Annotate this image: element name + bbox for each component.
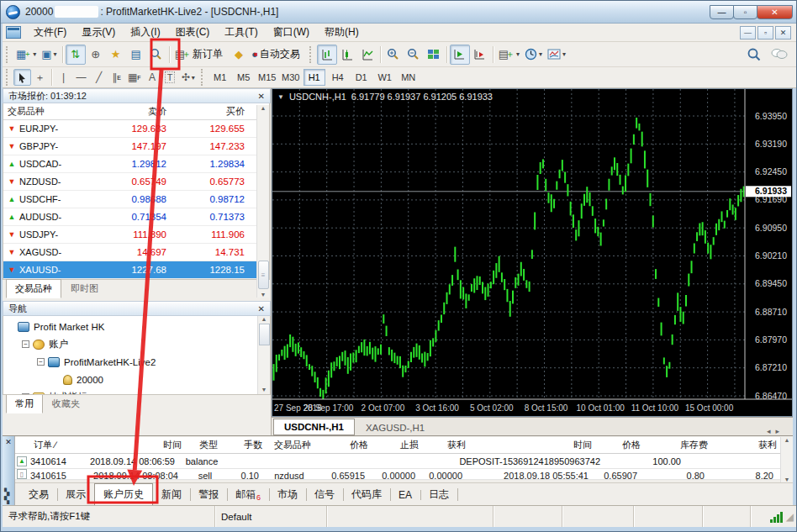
trendline-tool[interactable]: ╱	[90, 69, 108, 86]
channel-tool[interactable]: ∥E	[108, 69, 125, 86]
timeframe-m5[interactable]: M5	[233, 69, 255, 86]
menu-h[interactable]: 帮助(H)	[317, 23, 367, 42]
tree-item-user[interactable]: 20000	[7, 371, 270, 388]
data-window-button[interactable]: ⊕	[86, 45, 106, 65]
autotrading-button[interactable]: ●■自动交易	[249, 45, 306, 65]
timeframe-m30[interactable]: M30	[280, 69, 302, 86]
menu-i[interactable]: 插入(I)	[123, 23, 167, 42]
tab-symbols[interactable]: 交易品种	[6, 279, 61, 298]
candlestick-button[interactable]	[337, 45, 357, 65]
terminal-clipped-row[interactable]: ▯34106152018.09.14 08:08:04sell0.10nzdus…	[15, 469, 780, 480]
cursor-tool[interactable]	[13, 69, 31, 86]
metaeditor-button[interactable]: ◆	[229, 45, 249, 65]
tick-chart-toggle[interactable]: ⇅	[66, 45, 86, 65]
timeframe-d1[interactable]: D1	[351, 69, 372, 86]
menu-c[interactable]: 图表(C)	[168, 23, 218, 42]
tree-item-server[interactable]: −ProfitMarketHK-Live2	[7, 353, 270, 371]
timeframe-m15[interactable]: M15	[256, 69, 278, 86]
zoom-in-button[interactable]	[383, 45, 404, 65]
scroll-up-icon[interactable]: ▲	[261, 316, 267, 322]
chart-tab-xagusdh1[interactable]: XAGUSD-,H1	[355, 419, 435, 435]
market-row-xagusd[interactable]: ▼XAGUSD-14.69714.731	[3, 244, 269, 261]
navigator-titlebar[interactable]: 导航 ✕	[3, 301, 271, 316]
terminal-tab-账户历史[interactable]: 账户历史	[94, 483, 153, 506]
shapes-tool[interactable]: ✣▾	[179, 69, 198, 86]
terminal-balance-row[interactable]: ▲34106142018.09.14 08:06:59balanceDEPOSI…	[15, 454, 780, 469]
menu-t[interactable]: 工具(T)	[217, 23, 265, 42]
resize-grip-icon[interactable]: ◢	[786, 511, 794, 523]
toolbar-grip[interactable]	[309, 46, 314, 63]
tab-tick-chart[interactable]: 即时图	[61, 279, 108, 298]
new-order-button[interactable]: ▤＋新订单	[172, 45, 229, 65]
navigator-scrollbar[interactable]: ▲ ▼	[257, 316, 270, 394]
terminal-col-2[interactable]: 类型	[185, 439, 232, 451]
label-tool[interactable]: T	[161, 69, 179, 86]
templates-button[interactable]: ▾	[545, 45, 568, 65]
terminal-header-row[interactable]: 订单 ∕时间类型手数交易品种价格止损获利时间价格库存费获利	[15, 437, 780, 454]
autoscroll-button[interactable]	[450, 45, 470, 65]
terminal-tab-新闻[interactable]: 新闻	[153, 484, 190, 505]
mdi-minimize-button[interactable]: —	[740, 26, 756, 40]
market-watch-close-icon[interactable]: ✕	[258, 92, 265, 101]
market-row-usdcad[interactable]: ▲USDCAD-1.298121.29834	[3, 155, 269, 173]
terminal-tab-交易[interactable]: 交易	[20, 484, 57, 505]
toolbar-grip[interactable]	[6, 46, 10, 63]
scroll-thumb[interactable]	[259, 324, 270, 345]
terminal-toggle[interactable]: ▤	[126, 45, 146, 65]
strategy-tester-button[interactable]	[146, 45, 166, 65]
tab-favorites[interactable]: 收藏夹	[43, 394, 89, 413]
zoom-out-button[interactable]	[404, 45, 424, 65]
indicators-button[interactable]: ▤＋▾	[496, 45, 522, 65]
tree-item-func[interactable]: −ƒ技术指标	[7, 388, 270, 395]
minimize-button[interactable]: —	[710, 5, 734, 19]
timeframe-w1[interactable]: W1	[374, 69, 396, 86]
chevron-down-icon[interactable]: ▼	[277, 93, 284, 101]
terminal-tab-市场[interactable]: 市场	[269, 484, 306, 505]
terminal-tab-代码库[interactable]: 代码库	[343, 484, 390, 505]
restore-button[interactable]: ▫	[733, 5, 757, 19]
chart-window[interactable]: ▼ USDCNH-,H1 6.91779 6.91937 6.91205 6.9…	[272, 88, 793, 417]
terminal-col-0[interactable]: 订单 ∕	[30, 439, 92, 451]
terminal-tab-警报[interactable]: 警报	[190, 484, 227, 505]
periods-button[interactable]: ▾	[522, 45, 545, 65]
chart-document-icon[interactable]	[6, 26, 21, 39]
toolbar-grip[interactable]	[6, 69, 10, 86]
terminal-col-8[interactable]: 时间	[469, 439, 595, 451]
terminal-col-3[interactable]: 手数	[232, 439, 266, 451]
terminal-col-11[interactable]: 获利	[711, 439, 780, 451]
tab-common[interactable]: 常用	[6, 394, 43, 413]
toolbar-grip[interactable]	[201, 69, 205, 86]
terminal-col-4[interactable]: 交易品种	[266, 439, 319, 451]
menu-v[interactable]: 显示(V)	[74, 23, 123, 42]
market-row-usdchf[interactable]: ▲USDCHF-0.986880.98712	[3, 191, 269, 208]
terminal-col-10[interactable]: 库存费	[644, 439, 711, 451]
profiles-button[interactable]: ▣▾	[39, 45, 59, 65]
crosshair-tool[interactable]: ＋	[31, 69, 49, 86]
scroll-down-icon[interactable]: ▼	[784, 477, 790, 482]
close-button[interactable]: ✕	[757, 5, 793, 19]
terminal-tab-展示[interactable]: 展示	[57, 484, 94, 505]
terminal-tab-信号[interactable]: 信号	[306, 484, 343, 505]
terminal-tab-邮箱[interactable]: 邮箱6	[227, 484, 269, 505]
mdi-restore-button[interactable]: ▫	[757, 26, 773, 40]
tree-item-accounts[interactable]: −账户	[7, 335, 270, 353]
status-profile[interactable]: Default	[215, 506, 327, 527]
scroll-up-icon[interactable]: ▲	[261, 105, 267, 111]
scroll-down-icon[interactable]: ▼	[261, 292, 267, 298]
terminal-col-7[interactable]: 获利	[422, 439, 469, 451]
chart-shift-button[interactable]	[470, 45, 490, 65]
terminal-scrollbar[interactable]: ▲ ▼	[780, 437, 793, 482]
market-watch-scrollbar[interactable]: ▲ ≡ ▼	[256, 105, 269, 298]
timeframe-m1[interactable]: M1	[209, 69, 231, 86]
tree-item-mt[interactable]: Profit Market HK	[7, 318, 270, 335]
market-row-gbpjpy[interactable]: ▼GBPJPY-147.197147.233	[3, 138, 269, 155]
market-watch-header[interactable]: 交易品种 卖价 买价	[3, 103, 269, 120]
terminal-close-icon[interactable]: ✕	[3, 438, 14, 446]
terminal-col-9[interactable]: 价格	[595, 439, 644, 451]
navigator-close-icon[interactable]: ✕	[258, 304, 265, 313]
market-row-usdjpy[interactable]: ▼USDJPY-111.890111.906	[3, 226, 269, 244]
market-row-audusd[interactable]: ▲AUDUSD-0.713540.71373	[3, 208, 269, 226]
chart-tab-usdcnhh1[interactable]: USDCNH-,H1	[273, 419, 355, 435]
scroll-up-icon[interactable]: ▲	[784, 437, 790, 443]
market-watch-titlebar[interactable]: 市场报价: 01:39:12 ✕	[3, 88, 271, 103]
